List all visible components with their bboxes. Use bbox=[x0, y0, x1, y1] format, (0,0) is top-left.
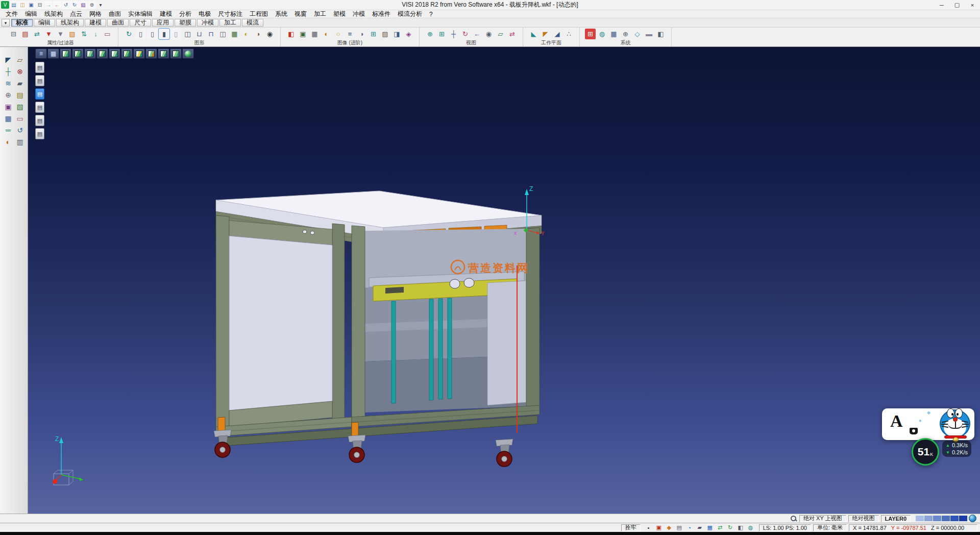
export-icon[interactable]: ← bbox=[53, 1, 61, 9]
open-file-icon[interactable]: ◫ bbox=[18, 1, 27, 9]
document-filter-icon[interactable]: ▤ bbox=[20, 29, 31, 39]
lights-icon[interactable]: ◐ bbox=[241, 29, 252, 39]
view-cube-bottom-icon[interactable] bbox=[121, 48, 133, 59]
saved-view-slot-6-icon[interactable]: ▤ bbox=[35, 128, 44, 139]
tab-加工[interactable]: 加工 bbox=[219, 19, 241, 27]
view-field[interactable]: 绝对视图 bbox=[848, 515, 879, 522]
menu-item-17[interactable]: 标准件 bbox=[369, 10, 394, 18]
notebook-tool-icon[interactable]: ▤ bbox=[14, 89, 26, 101]
light-bulb-icon[interactable]: ○ bbox=[333, 29, 344, 39]
transfer-down-icon[interactable]: ↓ bbox=[90, 29, 101, 39]
tab-标准[interactable]: 标准 bbox=[11, 19, 33, 27]
units-field[interactable]: 单位: 毫米 bbox=[813, 524, 847, 531]
multi-view-icon[interactable]: ◫ bbox=[217, 29, 228, 39]
annotate-tool-icon[interactable]: ▱ bbox=[14, 54, 26, 65]
render-settings-icon[interactable]: ◉ bbox=[264, 29, 275, 39]
menu-item-0[interactable]: 文件 bbox=[2, 10, 21, 18]
new-document-icon[interactable]: ▤ bbox=[10, 1, 18, 9]
menu-item-13[interactable]: 视窗 bbox=[291, 10, 310, 18]
menu-item-8[interactable]: 分析 bbox=[176, 10, 195, 18]
restore-button[interactable]: ▢ bbox=[949, 0, 965, 10]
background-icon[interactable]: ◨ bbox=[391, 29, 402, 39]
viewport-menu-icon[interactable]: ≡ bbox=[35, 48, 47, 59]
notes-status-icon[interactable]: ▤ bbox=[674, 524, 684, 531]
tab-编辑[interactable]: 编辑 bbox=[34, 19, 55, 27]
rotate-view-icon[interactable]: ↻ bbox=[460, 29, 471, 39]
saved-view-slot-3-icon[interactable]: ▤ bbox=[35, 88, 44, 100]
contrast-icon[interactable]: ◑ bbox=[356, 29, 367, 39]
search-icon[interactable] bbox=[790, 515, 797, 522]
swap-properties-icon[interactable]: ⇄ bbox=[32, 29, 42, 39]
transfer-up-down-icon[interactable]: ⇅ bbox=[79, 29, 89, 39]
menu-item-18[interactable]: 模流分析 bbox=[394, 10, 426, 18]
quick-access-dropdown-icon[interactable]: ▾ bbox=[96, 1, 105, 9]
layers-icon[interactable]: ▧ bbox=[79, 1, 87, 9]
snap-status-icon[interactable]: ▪ bbox=[644, 524, 654, 531]
shaded-mode-icon[interactable]: ▮ bbox=[159, 29, 169, 39]
previous-view-icon[interactable]: ← bbox=[472, 29, 482, 39]
view-cube-back-icon[interactable] bbox=[72, 48, 84, 59]
layers-tool-icon[interactable]: ▧ bbox=[14, 101, 26, 112]
zoom-all-icon[interactable]: ⊕ bbox=[425, 29, 435, 39]
erase-properties-icon[interactable]: ▭ bbox=[102, 29, 113, 39]
filter-active-icon[interactable]: ▼ bbox=[43, 29, 54, 39]
saved-view-slot-5-icon[interactable]: ▤ bbox=[35, 115, 44, 126]
visi-logo-icon[interactable]: V bbox=[1, 1, 9, 9]
viewport-layout-icon[interactable]: ▦ bbox=[47, 48, 59, 59]
workplane-icon[interactable]: ◣ bbox=[528, 29, 539, 39]
curve-tool-icon[interactable]: ≋ bbox=[3, 78, 14, 89]
print-properties-icon[interactable]: ⊟ bbox=[8, 29, 19, 39]
transform-tool-icon[interactable]: ⊕ bbox=[3, 89, 14, 101]
close-button[interactable]: × bbox=[965, 0, 980, 10]
undo-tool-icon[interactable]: ↺ bbox=[14, 125, 26, 136]
redo-icon[interactable]: ↻ bbox=[70, 1, 79, 9]
wireframe-mode-icon[interactable]: ▯ bbox=[135, 29, 146, 39]
measure-tool-icon[interactable]: ═ bbox=[3, 125, 14, 136]
menu-item-2[interactable]: 线架构 bbox=[41, 10, 66, 18]
menu-item-11[interactable]: 工程图 bbox=[246, 10, 272, 18]
menu-item-1[interactable]: 编辑 bbox=[21, 10, 41, 18]
palette-icon[interactable]: ◐ bbox=[321, 29, 332, 39]
filter-inactive-icon[interactable]: ▼ bbox=[55, 29, 66, 39]
menu-item-14[interactable]: 加工 bbox=[310, 10, 330, 18]
view-cube-trimetric-icon[interactable] bbox=[170, 48, 182, 59]
info-status-icon[interactable]: ◔ bbox=[684, 524, 695, 531]
system-settings-icon[interactable]: ⊕ bbox=[620, 29, 631, 39]
menu-item-5[interactable]: 曲面 bbox=[105, 10, 125, 18]
saved-view-slot-2-icon[interactable]: ▤ bbox=[35, 75, 44, 86]
import-icon[interactable]: → bbox=[44, 1, 53, 9]
globe-icon[interactable] bbox=[969, 515, 976, 522]
tab-塑膜[interactable]: 塑膜 bbox=[175, 19, 196, 27]
world-status-icon[interactable]: ◍ bbox=[746, 524, 756, 531]
tab-冲模[interactable]: 冲模 bbox=[197, 19, 218, 27]
sketch-tool-icon[interactable]: ▰ bbox=[14, 78, 26, 89]
view-cube-iso-icon[interactable] bbox=[133, 48, 145, 59]
red-green-split-icon[interactable]: ◧ bbox=[286, 29, 297, 39]
erase-tool-icon[interactable]: ▭ bbox=[14, 113, 26, 124]
grid-tool-icon[interactable]: ▦ bbox=[3, 113, 14, 124]
materials-icon[interactable]: ◑ bbox=[253, 29, 263, 39]
tab-应用[interactable]: 应用 bbox=[152, 19, 174, 27]
snap-tool-icon[interactable]: ┼ bbox=[3, 66, 14, 77]
shaded-sphere-view-icon[interactable] bbox=[182, 48, 194, 59]
palette-tool-icon[interactable]: ◐ bbox=[3, 136, 14, 148]
trim-tool-icon[interactable]: ⊗ bbox=[14, 66, 26, 77]
saved-view-slot-4-icon[interactable]: ▤ bbox=[35, 102, 44, 113]
view-cube-iso2-icon[interactable] bbox=[145, 48, 157, 59]
view-cube-front-icon[interactable] bbox=[60, 48, 71, 59]
tab-曲面[interactable]: 曲面 bbox=[107, 19, 129, 27]
workplane-set-icon[interactable]: ◤ bbox=[540, 29, 551, 39]
section-view-icon[interactable]: ⊔ bbox=[194, 29, 205, 39]
dynamic-view-icon[interactable]: ⇄ bbox=[507, 29, 518, 39]
advanced-render-icon[interactable]: ◈ bbox=[403, 29, 414, 39]
menu-item-7[interactable]: 建模 bbox=[156, 10, 176, 18]
view-cube-top-icon[interactable] bbox=[109, 48, 120, 59]
contrast-status-icon[interactable]: ◧ bbox=[736, 524, 746, 531]
tab-线架构[interactable]: 线架构 bbox=[56, 19, 84, 27]
tab-建模[interactable]: 建模 bbox=[85, 19, 106, 27]
view-cube-dimetric-icon[interactable] bbox=[158, 48, 169, 59]
menu-item-10[interactable]: 尺寸标注 bbox=[214, 10, 246, 18]
ghost-mode-icon[interactable]: ▯ bbox=[170, 29, 181, 39]
layer-field[interactable]: LAYER0 bbox=[881, 515, 911, 522]
refresh-status-icon[interactable]: ↻ bbox=[725, 524, 736, 531]
